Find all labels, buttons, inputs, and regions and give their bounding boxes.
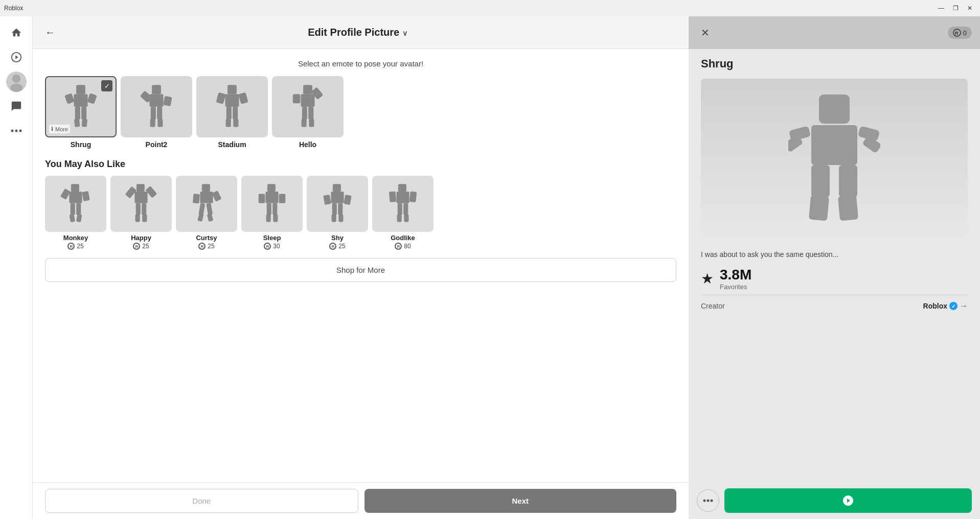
also-card-curtsy[interactable]: Curtsy R 25 [176,176,237,250]
also-like-title: You May Also Like [45,159,676,170]
svg-rect-61 [197,213,204,222]
right-panel-bottom [689,482,980,519]
more-options-button[interactable] [697,489,719,512]
svg-rect-80 [396,192,409,203]
right-panel-header: ✕ R 0 [689,16,980,49]
get-item-button[interactable] [724,488,972,513]
svg-point-4 [11,130,13,132]
main-panel: ← Edit Profile Picture ∨ Select an emote… [33,16,689,519]
creator-link[interactable]: Roblox ✓ → [923,301,968,311]
close-window-button[interactable]: ✕ [964,3,976,13]
svg-rect-31 [303,85,312,94]
svg-rect-89 [819,95,850,124]
svg-rect-44 [76,203,81,215]
sidebar-item-more[interactable] [6,121,27,141]
svg-rect-46 [76,214,82,222]
svg-rect-40 [69,192,82,203]
svg-rect-13 [74,119,80,127]
svg-rect-62 [207,213,214,222]
favorites-count: 3.8M [720,267,751,283]
creator-label: Creator [701,302,725,310]
svg-rect-30 [233,119,238,127]
svg-rect-37 [302,119,307,127]
also-like-grid: Monkey R 25 Happy R 25 [45,176,676,250]
favorites-row: ★ 3.8M Favorites [701,267,968,291]
panel-content: Select an emote to pose your avatar! [33,49,689,482]
svg-rect-86 [404,215,408,222]
also-price-shy: R 25 [329,243,345,250]
minimize-button[interactable]: — [935,3,947,13]
svg-point-99 [703,500,706,502]
also-thumb-godlike [372,176,434,232]
svg-rect-39 [71,184,79,192]
robux-counter: R 0 [948,27,972,39]
done-button[interactable]: Done [45,489,358,513]
also-thumb-curtsy [176,176,237,232]
also-card-shy[interactable]: Shy R 25 [307,176,368,250]
sidebar-item-avatar[interactable] [6,72,27,92]
svg-rect-73 [323,195,331,205]
app-body: ← Edit Profile Picture ∨ Select an emote… [0,16,980,519]
svg-rect-8 [74,94,88,107]
svg-rect-72 [331,192,344,203]
robux-icon: R [329,243,336,250]
svg-rect-56 [200,192,213,203]
svg-rect-58 [212,191,221,202]
svg-rect-38 [309,119,314,127]
svg-rect-10 [87,93,97,104]
also-name-shy: Shy [331,234,344,242]
svg-rect-23 [227,85,237,94]
svg-rect-84 [403,203,408,215]
emote-thumb-hello [272,76,344,137]
robux-icon: R [264,243,271,250]
favorites-label: Favorites [720,283,751,291]
item-title: Shrug [701,57,968,70]
svg-rect-51 [136,203,141,215]
svg-point-3 [10,84,22,92]
sidebar-item-home[interactable] [6,22,27,43]
svg-rect-47 [136,184,145,192]
emote-thumb-shrug: ✓ ℹ More [45,76,117,137]
robux-icon: R [133,243,140,250]
also-card-monkey[interactable]: Monkey R 25 [45,176,106,250]
restore-button[interactable]: ❐ [949,3,962,13]
also-card-godlike[interactable]: Godlike R 80 [372,176,434,250]
also-card-sleep[interactable]: Sleep R 30 [241,176,303,250]
emote-card-point2[interactable]: Point2 [121,76,192,149]
sidebar-item-play[interactable] [6,47,27,67]
svg-text:R: R [955,31,959,36]
emote-card-stadium[interactable]: Stadium [196,76,268,149]
svg-rect-21 [150,119,155,127]
svg-rect-20 [157,107,162,120]
svg-rect-11 [75,107,80,120]
svg-rect-68 [272,203,277,215]
svg-rect-66 [279,194,286,203]
svg-rect-85 [397,215,402,222]
svg-rect-29 [226,119,231,127]
svg-rect-7 [76,85,85,94]
svg-rect-64 [265,192,278,203]
panel-title: Edit Profile Picture ∨ [59,27,656,38]
emote-card-shrug[interactable]: ✓ ℹ More Shrug [45,76,117,149]
shop-for-more-button[interactable]: Shop for More [45,258,676,282]
more-info-badge[interactable]: ℹ More [49,125,70,133]
emote-name-point2: Point2 [146,140,168,149]
svg-point-100 [707,500,710,502]
close-panel-button[interactable]: ✕ [697,25,713,41]
svg-rect-14 [82,119,87,127]
robux-icon: R [198,243,206,250]
sidebar-item-chat[interactable] [6,96,27,116]
svg-rect-83 [398,203,402,215]
also-price-monkey: R 25 [67,243,83,250]
emote-name-hello: Hello [299,140,316,149]
svg-point-6 [19,130,21,132]
also-card-happy[interactable]: Happy R 25 [110,176,172,250]
svg-point-101 [711,500,713,502]
next-button[interactable]: Next [364,489,677,513]
svg-rect-95 [811,165,830,197]
back-button[interactable]: ← [41,25,59,40]
titlebar-controls: — ❐ ✕ [935,3,976,13]
emote-card-hello[interactable]: Hello [272,76,344,149]
robux-icon: R [395,243,402,250]
also-name-curtsy: Curtsy [196,234,217,242]
